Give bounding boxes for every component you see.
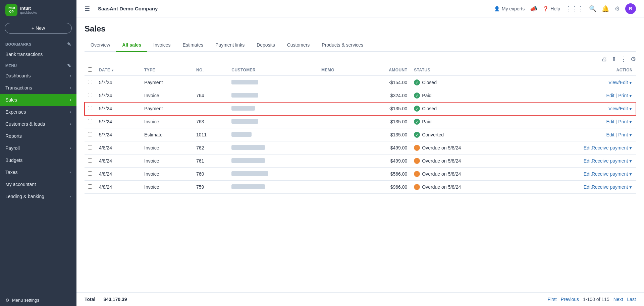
action-view-edit[interactable]: View/Edit xyxy=(608,106,628,111)
help-label: Help xyxy=(550,6,560,11)
sidebar-item-budgets[interactable]: Budgets xyxy=(0,154,76,166)
help-button[interactable]: ❓ Help xyxy=(543,6,560,11)
page-title: Sales xyxy=(85,24,636,34)
action-edit[interactable]: Edit xyxy=(584,145,592,150)
action-dropdown-arrow[interactable]: ▼ xyxy=(629,185,633,190)
new-button[interactable]: + New xyxy=(5,23,72,34)
tab-all-sales[interactable]: All sales xyxy=(116,39,147,52)
action-view-edit[interactable]: View/Edit xyxy=(608,80,628,85)
settings-icon[interactable]: ⚙ xyxy=(614,5,620,12)
last-page-button[interactable]: Last xyxy=(627,297,636,302)
sidebar-item-taxes[interactable]: Taxes › xyxy=(0,166,76,178)
sidebar-item-dashboards[interactable]: Dashboards › xyxy=(0,70,76,82)
action-edit[interactable]: Edit xyxy=(584,184,592,190)
action-edit[interactable]: Edit xyxy=(606,93,614,98)
tab-invoices[interactable]: Invoices xyxy=(147,39,176,52)
menu-section[interactable]: MENU ✎ xyxy=(0,60,76,70)
dashboards-label: Dashboards xyxy=(5,73,31,78)
action-view-edit[interactable]: Receive payment xyxy=(592,145,628,150)
action-cell: View/Edit▼ xyxy=(521,76,636,89)
action-view-edit[interactable]: Receive payment xyxy=(592,171,628,177)
megaphone-icon[interactable]: 📣 xyxy=(530,5,537,12)
sidebar-item-customers-leads[interactable]: Customers & leads › xyxy=(0,118,76,130)
action-dropdown-arrow[interactable]: ▼ xyxy=(629,146,633,150)
action-cell: EditReceive payment▼ xyxy=(521,168,636,181)
action-edit[interactable]: Edit xyxy=(584,171,592,177)
lending-banking-label: Lending & banking xyxy=(5,194,44,199)
select-all-header[interactable] xyxy=(85,65,96,76)
sidebar-item-bank-transactions[interactable]: Bank transactions xyxy=(0,48,76,60)
type-cell: Invoice xyxy=(141,141,193,155)
action-dropdown-arrow[interactable]: ▼ xyxy=(629,80,633,85)
sidebar-item-sales[interactable]: Sales › xyxy=(0,94,76,106)
menu-edit-icon[interactable]: ✎ xyxy=(67,63,71,68)
sidebar-item-transactions[interactable]: Transactions › xyxy=(0,82,76,94)
row-checkbox[interactable] xyxy=(88,132,92,136)
grid-icon[interactable]: ⋮⋮⋮ xyxy=(566,5,584,12)
row-checkbox[interactable] xyxy=(88,93,92,97)
row-checkbox[interactable] xyxy=(88,119,92,123)
notification-icon[interactable]: 🔔 xyxy=(602,5,609,12)
action-dropdown-arrow[interactable]: ▼ xyxy=(629,107,633,111)
tab-estimates[interactable]: Estimates xyxy=(177,39,209,52)
action-dropdown-arrow[interactable]: ▼ xyxy=(629,94,633,98)
row-checkbox[interactable] xyxy=(88,171,92,176)
action-print[interactable]: Print xyxy=(618,93,628,98)
memo-column-header: MEMO xyxy=(318,65,359,76)
tab-customers[interactable]: Customers xyxy=(281,39,316,52)
row-checkbox[interactable] xyxy=(88,80,92,84)
print-icon[interactable]: 🖨 xyxy=(601,56,607,63)
next-page-button[interactable]: Next xyxy=(613,297,623,302)
type-cell: Invoice xyxy=(141,115,193,128)
action-print[interactable]: Print xyxy=(618,132,628,137)
select-all-checkbox[interactable] xyxy=(88,67,92,72)
export-icon[interactable]: ⬆ xyxy=(611,55,616,63)
sidebar-item-reports[interactable]: Reports xyxy=(0,130,76,142)
search-icon[interactable]: 🔍 xyxy=(589,5,596,12)
sidebar-item-lending-banking[interactable]: Lending & banking › xyxy=(0,190,76,202)
row-checkbox[interactable] xyxy=(88,106,92,110)
action-print[interactable]: Print xyxy=(618,119,628,124)
amount-cell: $135.00 xyxy=(359,128,411,141)
my-experts-button[interactable]: 👤 My experts xyxy=(494,6,525,11)
action-dropdown-arrow[interactable]: ▼ xyxy=(629,159,633,164)
action-dropdown-arrow[interactable]: ▼ xyxy=(629,120,633,124)
customer-cell xyxy=(228,168,318,181)
edit-icon[interactable]: ✎ xyxy=(67,42,71,47)
column-settings-icon[interactable]: ⚙ xyxy=(631,55,636,63)
amount-cell: $966.00 xyxy=(359,181,411,194)
previous-page-button[interactable]: Previous xyxy=(561,297,579,302)
row-checkbox[interactable] xyxy=(88,158,92,163)
row-checkbox[interactable] xyxy=(88,145,92,149)
more-icon[interactable]: ⋮ xyxy=(621,55,627,63)
action-edit[interactable]: Edit xyxy=(584,158,592,164)
action-edit[interactable]: Edit xyxy=(606,119,614,124)
tab-payment-links[interactable]: Payment links xyxy=(209,39,251,52)
customer-cell xyxy=(228,115,318,128)
action-dropdown-arrow[interactable]: ▼ xyxy=(629,172,633,177)
tab-deposits[interactable]: Deposits xyxy=(251,39,281,52)
action-view-edit[interactable]: Receive payment xyxy=(592,158,628,164)
date-cell: 5/7/24 xyxy=(96,115,141,128)
menu-settings[interactable]: ⚙ Menu settings xyxy=(0,294,76,306)
action-edit[interactable]: Edit xyxy=(606,132,614,137)
memo-cell xyxy=(318,115,359,128)
tab-overview[interactable]: Overview xyxy=(85,39,116,52)
bookmarks-section[interactable]: BOOKMARKS ✎ xyxy=(0,39,76,48)
sidebar-item-payroll[interactable]: Payroll › xyxy=(0,142,76,154)
avatar[interactable]: R xyxy=(625,3,636,14)
quickbooks-logo: intuitQB xyxy=(5,4,17,16)
date-column-header[interactable]: DATE xyxy=(96,65,141,76)
row-checkbox[interactable] xyxy=(88,184,92,189)
table-row: 5/7/24Invoice764 $324.00✓PaidEdit|Print▼ xyxy=(85,89,636,102)
sidebar-item-my-accountant[interactable]: My accountant xyxy=(0,178,76,190)
status-dot: ✓ xyxy=(414,106,420,112)
sidebar-item-expenses[interactable]: Expenses › xyxy=(0,106,76,118)
hamburger-icon[interactable]: ☰ xyxy=(85,5,90,12)
action-dropdown-arrow[interactable]: ▼ xyxy=(629,133,633,137)
action-view-edit[interactable]: Receive payment xyxy=(592,184,628,190)
content-area: Sales Overview All sales Invoices Estima… xyxy=(76,17,644,292)
tab-products-services[interactable]: Products & services xyxy=(316,39,369,52)
amount-cell: -$154.00 xyxy=(359,76,411,89)
first-page-button[interactable]: First xyxy=(547,297,556,302)
